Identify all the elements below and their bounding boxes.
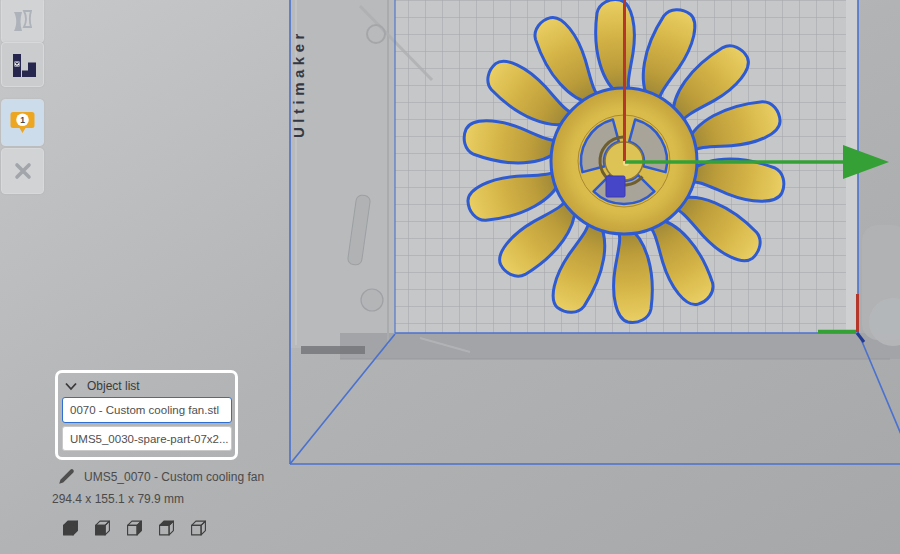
cube-outline-icon[interactable] <box>189 518 208 538</box>
selected-object-dimensions: 294.4 x 155.1 x 79.9 mm <box>52 492 184 506</box>
mirror-icon <box>7 4 39 36</box>
cube-front-icon[interactable] <box>93 518 112 538</box>
rename-pencil-icon[interactable] <box>57 468 75 486</box>
mirror-tool-button[interactable] <box>1 0 44 43</box>
marker-pin-button[interactable]: 1 <box>1 99 44 146</box>
z-axis-handle[interactable] <box>606 176 625 197</box>
cube-right-icon[interactable] <box>125 518 144 538</box>
cura-window: Ultimaker <box>0 0 900 554</box>
per-model-settings-button[interactable] <box>1 42 44 87</box>
support-blocker-button[interactable] <box>1 148 44 194</box>
object-list-item[interactable]: UMS5_0030-spare-part-07x2... <box>62 426 232 451</box>
chevron-down-icon <box>65 382 77 391</box>
object-list-item-selected[interactable]: 0070 - Custom cooling fan.stl <box>62 397 232 423</box>
mesh-type-buttons <box>61 518 208 538</box>
object-list-title: Object list <box>87 379 140 393</box>
object-item-label: 0070 - Custom cooling fan.stl <box>70 404 219 416</box>
object-item-label: UMS5_0030-spare-part-07x2... <box>70 433 229 445</box>
printer-brand-label: Ultimaker <box>290 29 307 138</box>
cube-top-icon[interactable] <box>157 518 176 538</box>
close-icon <box>8 156 38 186</box>
plate-front-edge <box>340 333 900 359</box>
marker-badge: 1 <box>20 115 25 125</box>
cube-solid-icon[interactable] <box>61 518 80 538</box>
selected-object-name: UMS5_0070 - Custom cooling fan <box>84 470 264 484</box>
object-list-header[interactable]: Object list <box>65 379 140 393</box>
per-model-settings-icon <box>7 49 39 81</box>
marker-pin-icon: 1 <box>9 109 36 136</box>
